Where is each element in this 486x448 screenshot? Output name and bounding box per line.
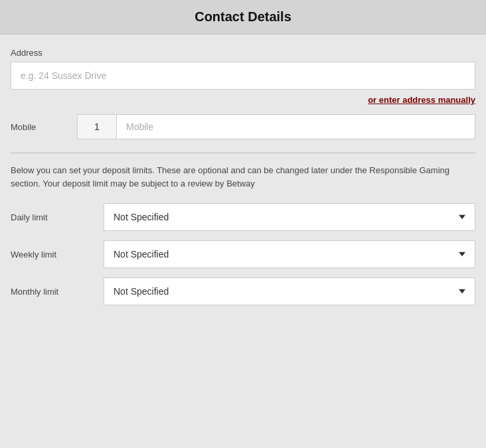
divider (11, 153, 475, 153)
address-label: Address (11, 48, 475, 58)
daily-limit-row: Daily limit Not Specified 10 20 50 100 2… (11, 203, 475, 231)
weekly-limit-label: Weekly limit (11, 250, 104, 260)
mobile-section: Mobile 1 (11, 114, 475, 139)
monthly-limit-label: Monthly limit (11, 287, 104, 297)
address-section: Address (11, 48, 475, 90)
address-input[interactable] (11, 62, 475, 90)
form-body: Address or enter address manually Mobile… (0, 35, 486, 328)
daily-limit-label: Daily limit (11, 212, 104, 222)
weekly-limit-row: Weekly limit Not Specified 10 20 50 100 … (11, 240, 475, 268)
page-header: Contact Details (0, 0, 486, 35)
daily-limit-select[interactable]: Not Specified 10 20 50 100 200 500 (104, 203, 475, 231)
mobile-label: Mobile (11, 122, 77, 132)
deposit-info: Below you can set your deposit limits. T… (11, 164, 475, 190)
mobile-fields: 1 (77, 114, 475, 139)
monthly-limit-row: Monthly limit Not Specified 10 20 50 100… (11, 277, 475, 305)
country-code-box: 1 (77, 114, 117, 139)
page-container: Contact Details Address or enter address… (0, 0, 486, 448)
mobile-number-input[interactable] (117, 114, 475, 139)
monthly-limit-select[interactable]: Not Specified 10 20 50 100 200 500 (104, 277, 475, 305)
page-title: Contact Details (13, 9, 473, 25)
weekly-limit-select[interactable]: Not Specified 10 20 50 100 200 500 (104, 240, 475, 268)
manual-address-link[interactable]: or enter address manually (11, 95, 475, 105)
